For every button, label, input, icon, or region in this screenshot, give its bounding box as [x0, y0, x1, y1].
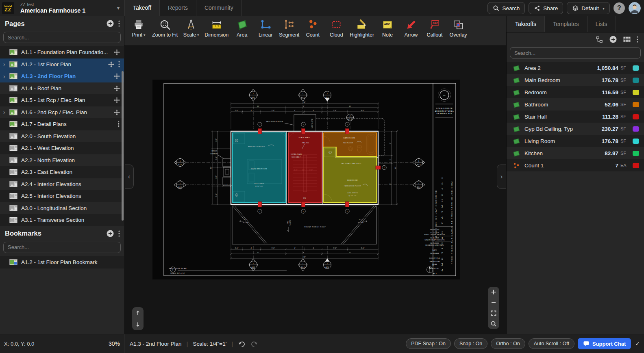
tab-takeoff[interactable]: Takeoff: [124, 0, 160, 16]
help-button[interactable]: ?: [614, 2, 625, 14]
undo-button[interactable]: [238, 340, 246, 347]
layers-default-button[interactable]: Default ▾: [567, 2, 610, 14]
chevron-right-icon[interactable]: ›: [3, 109, 9, 115]
tool-count[interactable]: Count: [301, 19, 324, 45]
tab-templates[interactable]: Templates: [545, 16, 587, 32]
takeoffs-search-input[interactable]: [510, 47, 641, 58]
support-chat-button[interactable]: Support Chat: [578, 338, 631, 349]
add-bookmark-button[interactable]: [106, 230, 114, 238]
project-selector[interactable]: ZZ ZZ Test American Farmhouse 1 ▾: [0, 0, 124, 16]
takeoff-row-bedroom[interactable]: Bedroom116.59SF: [507, 86, 644, 98]
move-icon[interactable]: [114, 85, 120, 91]
page-row-a1-7-detail-plans[interactable]: A1.7 - Detail Plans: [0, 118, 124, 130]
page-row-a3-1-transverse-section[interactable]: A3.1 - Transverse Section: [0, 214, 124, 226]
tool-area[interactable]: Area: [230, 19, 254, 45]
redo-button[interactable]: [250, 340, 258, 347]
color-chip[interactable]: [633, 139, 639, 144]
tool-overlay[interactable]: Overlay: [446, 19, 470, 45]
table-view-button[interactable]: [623, 35, 631, 43]
color-chip[interactable]: [633, 102, 639, 107]
add-page-button[interactable]: [106, 19, 114, 28]
move-icon[interactable]: [114, 73, 120, 79]
tool-highlighter[interactable]: Highlighter: [348, 19, 376, 45]
drawing-canvas[interactable]: CC OPEN-SOURCE ARCHITECTURAL DRAWING SET…: [125, 46, 506, 334]
chevron-right-icon[interactable]: ›: [3, 73, 9, 80]
tool-note[interactable]: ABCNote: [376, 19, 399, 45]
bookmarks-search-input[interactable]: [3, 242, 121, 253]
tab-reports[interactable]: Reports: [160, 0, 196, 16]
zoom-out-button[interactable]: [490, 299, 498, 307]
tab-community[interactable]: Community: [196, 0, 242, 16]
takeoffs-menu-button[interactable]: [637, 36, 638, 43]
move-icon[interactable]: [108, 61, 114, 67]
color-chip[interactable]: [633, 90, 639, 95]
page-row-a2-1-west-elevation[interactable]: A2.1 - West Elevation: [0, 142, 124, 154]
takeoff-row-kitchen[interactable]: Kitchen82.97SF: [507, 147, 644, 159]
takeoff-row-living-room[interactable]: Living Room176.78SF: [507, 135, 644, 147]
page-row-a1-5-1st-rcp-elec-plan[interactable]: A1.5 - 1st Rcp / Elec. Plan: [0, 94, 124, 106]
page-row-a2-0-south-elevation[interactable]: A2.0 - South Elevation: [0, 130, 124, 143]
pages-scrollbar[interactable]: [122, 71, 124, 221]
user-avatar[interactable]: [629, 2, 641, 14]
zoom-tool-button[interactable]: [490, 320, 498, 328]
takeoff-row-gyp-bd-ceiling-typ[interactable]: Gyp Bd Ceiling, Typ230.27SF: [507, 123, 644, 135]
toggle-snap-on[interactable]: Snap : On: [454, 338, 487, 349]
tool-zoom-to-fit[interactable]: Zoom to Fit: [150, 19, 179, 45]
toggle-auto-scroll-off[interactable]: Auto Scroll : Off: [529, 338, 574, 349]
color-chip[interactable]: [633, 65, 639, 71]
project-dropdown-caret-icon[interactable]: ▾: [117, 5, 120, 11]
scale-label[interactable]: Scale: 1/4"=1': [193, 341, 226, 347]
takeoff-row-main-bedroom[interactable]: Main Bedroom176.78SF: [507, 74, 644, 86]
page-row-a2-5-interior-elevations[interactable]: A2.5 - Interior Elevations: [0, 190, 124, 202]
add-takeoff-button[interactable]: [609, 35, 617, 43]
page-row-a1-2-1st-floor-plan[interactable]: ›A1.2 - 1st Floor Plan: [0, 58, 124, 71]
takeoff-row-count-1[interactable]: Count 17EA: [507, 159, 644, 171]
move-icon[interactable]: [114, 49, 120, 55]
pages-search-input[interactable]: [3, 32, 121, 43]
search-button[interactable]: Search: [487, 2, 525, 14]
color-chip[interactable]: [633, 78, 639, 83]
next-page-button[interactable]: [134, 321, 142, 329]
color-chip[interactable]: [633, 163, 639, 168]
tool-print[interactable]: Print▾: [127, 19, 150, 45]
takeoff-row-bathroom[interactable]: Bathroom52.06SF: [507, 98, 644, 110]
zoom-in-button[interactable]: [490, 288, 498, 296]
tool-scale[interactable]: Scale▾: [179, 19, 203, 45]
fit-to-screen-button[interactable]: [490, 309, 498, 317]
tool-cloud[interactable]: Cloud: [324, 19, 348, 45]
page-row-a1-3-2nd-floor-plan[interactable]: ›A1.3 - 2nd Floor Plan: [0, 70, 124, 82]
share-button[interactable]: Share: [529, 2, 563, 14]
tab-takeoffs[interactable]: Takeoffs: [507, 16, 545, 32]
page-row-a2-3-east-elevation[interactable]: A2.3 - East Elevation: [0, 166, 124, 178]
group-tree-button[interactable]: [596, 36, 603, 43]
kebab-menu-icon[interactable]: [118, 61, 120, 67]
pages-menu-button[interactable]: [118, 20, 120, 27]
color-chip[interactable]: [633, 126, 639, 132]
tool-segment[interactable]: Segment: [277, 19, 301, 45]
bookmark-row[interactable]: A1.2 - 1st Floor Plan Bookmark: [0, 256, 124, 269]
tab-lists[interactable]: Lists: [587, 16, 616, 32]
collapse-right-panel-handle[interactable]: ›: [497, 165, 506, 189]
toggle-pdf-snap-on[interactable]: PDF Snap : On: [406, 338, 451, 349]
color-chip[interactable]: [633, 114, 639, 119]
tool-dimension[interactable]: Dimension: [203, 19, 230, 45]
bookmarks-menu-button[interactable]: [118, 230, 120, 237]
takeoff-row-area-2[interactable]: Area 21,050.84SF: [507, 62, 644, 74]
move-icon[interactable]: [114, 97, 120, 103]
move-icon[interactable]: [114, 109, 120, 115]
color-chip[interactable]: [633, 151, 639, 156]
page-row-a3-0-longitudinal-section[interactable]: A3.0 - Longitudinal Section: [0, 202, 124, 214]
previous-page-button[interactable]: [134, 309, 142, 317]
page-row-a1-1-foundation-plan-foundatio[interactable]: A1.1 - Foundation Plan Foundatio...: [0, 46, 124, 58]
page-row-a1-6-2nd-rcp-elec-plan[interactable]: ›A1.6 - 2nd Rcp / Elec. Plan: [0, 106, 124, 119]
drag-handle-icon[interactable]: [117, 121, 120, 128]
toggle-ortho-on[interactable]: Ortho : On: [491, 338, 525, 349]
takeoff-row-stair-hall[interactable]: Stair Hall111.28SF: [507, 110, 644, 123]
zoom-percentage[interactable]: 30%: [109, 340, 120, 347]
chevron-right-icon[interactable]: ›: [3, 61, 9, 67]
page-row-a1-4-roof-plan[interactable]: A1.4 - Roof Plan: [0, 82, 124, 95]
collapse-left-panel-handle[interactable]: ‹: [125, 165, 134, 189]
page-row-a2-4-interior-elevations[interactable]: A2.4 - Interior Elevations: [0, 178, 124, 191]
tool-linear[interactable]: Linear: [254, 19, 277, 45]
tool-arrow[interactable]: Arrow: [399, 19, 423, 45]
